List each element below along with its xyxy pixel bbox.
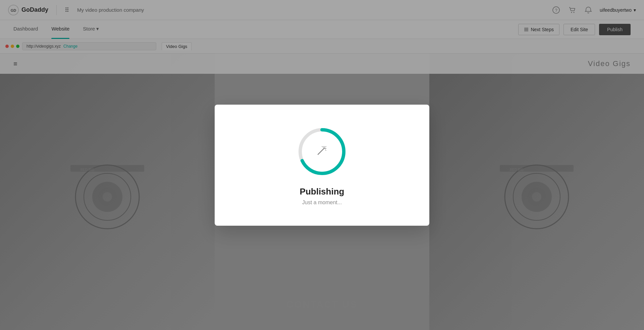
svg-line-27 bbox=[325, 146, 326, 147]
modal-subtitle: Just a moment... bbox=[302, 200, 342, 206]
svg-line-26 bbox=[322, 146, 323, 147]
svg-line-23 bbox=[318, 148, 324, 154]
progress-ring-container bbox=[295, 125, 349, 178]
modal-overlay: Publishing Just a moment... bbox=[0, 0, 644, 330]
publishing-modal: Publishing Just a moment... bbox=[215, 105, 429, 226]
modal-title: Publishing bbox=[300, 186, 344, 197]
magic-wand-icon bbox=[317, 145, 327, 158]
svg-line-28 bbox=[325, 150, 326, 150]
